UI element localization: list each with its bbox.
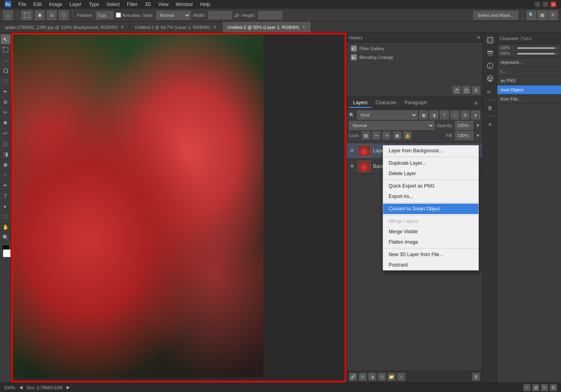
zoom-tool-box[interactable]: 🔍 xyxy=(1,232,10,242)
context-layer-from-background[interactable]: Layer from Background... xyxy=(383,145,478,156)
quick-select-tool[interactable] xyxy=(1,66,10,75)
window-maximize[interactable]: □ xyxy=(543,2,548,7)
delete-layer-btn[interactable]: 🗑 xyxy=(472,373,480,381)
marquee-tool[interactable] xyxy=(21,10,32,20)
marquee-tool-box[interactable] xyxy=(1,45,10,55)
context-merge-layers[interactable]: Merge Layers xyxy=(383,216,478,226)
layer1-visibility-toggle[interactable]: 👁 xyxy=(349,148,355,154)
dot-filter-btn[interactable]: ● xyxy=(471,111,480,119)
add-mask-btn[interactable]: ◑ xyxy=(368,373,376,381)
lasso-tool[interactable]: ⌓ xyxy=(1,55,10,65)
menubar-file[interactable]: File xyxy=(15,1,29,8)
crop-tool[interactable]: ⬚ xyxy=(1,76,10,86)
gradient-tool[interactable]: ◨ xyxy=(1,149,10,159)
panel-fx-btn[interactable]: fx xyxy=(484,86,496,97)
circ-btn[interactable]: ◎ xyxy=(47,10,57,20)
context-convert-smart-object[interactable]: Convert to Smart Object xyxy=(383,204,478,214)
style-select[interactable]: Normal Fixed Ratio Fixed Size xyxy=(156,11,191,20)
brush-tool[interactable]: ✏ xyxy=(1,107,10,117)
menubar-view[interactable]: View xyxy=(155,1,172,8)
statusbar-arrow-right[interactable]: ▶ xyxy=(67,385,70,390)
context-postcard[interactable]: Postcard xyxy=(383,260,478,270)
menubar-help[interactable]: Help xyxy=(197,1,213,8)
create-new-layer-btn[interactable]: + xyxy=(397,373,405,381)
layers-menu-btn[interactable]: ≡ xyxy=(472,99,480,107)
poly-btn[interactable]: ⬡ xyxy=(59,10,69,20)
context-delete-layer[interactable]: Delete Layer xyxy=(383,168,478,179)
menubar-image[interactable]: Image xyxy=(46,1,65,8)
statusbar-arrow-left[interactable]: ◀ xyxy=(19,385,22,390)
tab-apple[interactable]: apple-2788662_1280.jpg @ 100% (Backgroun… xyxy=(0,22,130,32)
rotate-btn[interactable]: ↻ xyxy=(548,10,558,20)
pen-tool[interactable]: ✒ xyxy=(1,180,10,190)
tab-untitled1-close[interactable]: ✕ xyxy=(212,24,217,30)
create-group-btn[interactable]: 📁 xyxy=(387,373,396,381)
panel-channels-btn[interactable] xyxy=(484,34,496,46)
statusbar-btn-1[interactable]: ⌖ xyxy=(523,384,531,391)
tab-untitled2[interactable]: Untitled-2 @ 50% (Layer 1, RGB/8#) ✕ xyxy=(222,22,311,32)
rect-btn[interactable]: ▣ xyxy=(35,10,44,20)
create-snapshot-btn[interactable] xyxy=(453,86,461,94)
fill-arrow[interactable]: ▼ xyxy=(476,133,480,138)
type-filter-btn[interactable]: T xyxy=(440,111,449,119)
grid-btn[interactable]: ▦ xyxy=(537,10,547,20)
context-new-3d-layer[interactable]: New 3D Layer from File... xyxy=(383,249,478,260)
context-merge-visible[interactable]: Merge Visible xyxy=(383,226,478,237)
zoom-btn[interactable]: 🔍 xyxy=(527,10,536,20)
adj-filter-btn[interactable]: ◑ xyxy=(430,111,438,119)
link-layers-btn[interactable]: 🔗 xyxy=(349,373,357,381)
panel-delete-btn[interactable]: 🗑 xyxy=(484,102,496,113)
secondary-item-smart-object[interactable]: mart Object xyxy=(497,85,561,95)
secondary-opacity-bar[interactable] xyxy=(517,47,559,49)
select-mask-button[interactable]: Select and Mask... xyxy=(473,11,519,20)
move-tool[interactable]: ↖ xyxy=(1,34,10,44)
canvas-image[interactable] xyxy=(11,33,264,378)
tab-layers[interactable]: Layers xyxy=(349,98,371,108)
hand-tool[interactable]: ✋ xyxy=(1,222,10,232)
text-tool[interactable]: T xyxy=(1,191,10,200)
feather-input[interactable] xyxy=(96,11,113,19)
create-new-layer-from-history-btn[interactable] xyxy=(462,86,470,94)
history-brush-tool[interactable]: ↩ xyxy=(1,128,10,138)
background-visibility-toggle[interactable]: 👁 xyxy=(349,163,355,170)
lock-pixels-btn[interactable]: ▦ xyxy=(362,131,370,139)
menubar-ps[interactable]: Ps xyxy=(2,0,14,9)
path-selection-tool[interactable]: ▸ xyxy=(1,201,10,211)
menubar-window[interactable]: Window xyxy=(173,1,196,8)
fill-input[interactable] xyxy=(455,131,473,140)
statusbar-btn-4[interactable]: 🗑 xyxy=(550,384,557,391)
menubar-filter[interactable]: Filter xyxy=(124,1,141,8)
shape-tool[interactable]: □ xyxy=(1,212,10,221)
menubar-layer[interactable]: Layer xyxy=(66,1,85,8)
window-close[interactable]: ✕ xyxy=(551,2,556,7)
panel-layers-btn[interactable] xyxy=(484,47,496,59)
kind-select[interactable]: Kind xyxy=(357,111,418,119)
lock-all-btn[interactable]: 🔒 xyxy=(404,131,412,139)
menubar-type[interactable]: Type xyxy=(85,1,102,8)
window-minimize[interactable]: ─ xyxy=(535,2,540,7)
statusbar-btn-2[interactable]: ▦ xyxy=(532,384,539,391)
context-export-as[interactable]: Export As... xyxy=(383,191,478,202)
panel-color-btn[interactable] xyxy=(484,73,496,84)
opacity-arrow[interactable]: ▼ xyxy=(476,123,480,128)
lock-artboard-btn[interactable]: ▣ xyxy=(393,131,401,139)
width-input[interactable] xyxy=(208,11,232,19)
anti-alias-checkbox[interactable] xyxy=(116,12,121,18)
context-quick-export[interactable]: Quick Export as PNG xyxy=(383,181,478,191)
history-menu-btn[interactable]: ≡ xyxy=(477,34,480,40)
blend-mode-select[interactable]: Normal Dissolve Multiply Screen xyxy=(349,121,434,130)
paths-tab-label[interactable]: Paths xyxy=(521,36,532,41)
menubar-3d[interactable]: 3D xyxy=(141,1,154,8)
lock-position-btn[interactable]: ✏ xyxy=(372,131,380,139)
tab-apple-close[interactable]: ✕ xyxy=(120,24,125,30)
context-duplicate-layer[interactable]: Duplicate Layer... xyxy=(383,158,478,168)
panel-lines-btn[interactable]: ≡ xyxy=(484,119,496,130)
pixel-filter-btn[interactable]: ▣ xyxy=(419,111,428,119)
context-flatten-image[interactable]: Flatten Image xyxy=(383,237,478,247)
background-color[interactable] xyxy=(3,249,11,257)
spot-heal-tool[interactable]: ⊕ xyxy=(1,97,10,107)
add-layer-style-btn[interactable]: fx xyxy=(359,373,367,381)
history-item-blending-change[interactable]: B Blending Change xyxy=(348,53,481,62)
create-adj-layer-btn[interactable]: ⊙ xyxy=(378,373,386,381)
eraser-tool[interactable]: ◻ xyxy=(1,139,10,148)
